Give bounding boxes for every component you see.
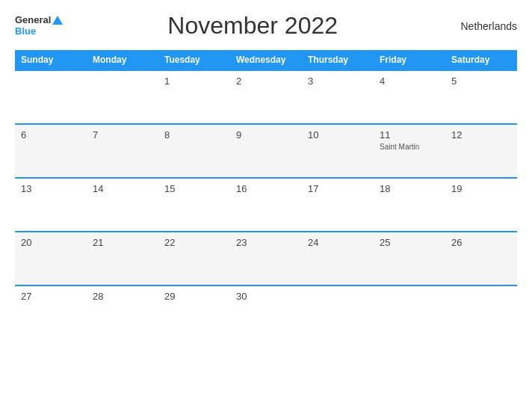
day-cell-w2-d5: 11Saint Martin [374, 124, 445, 178]
month-title: November 2022 [63, 12, 442, 40]
calendar-grid: Sunday Monday Tuesday Wednesday Thursday… [15, 50, 517, 339]
calendar-container: General Blue November 2022 Netherlands S… [0, 0, 532, 411]
day-cell-w3-d4: 17 [302, 178, 374, 232]
header-tuesday: Tuesday [158, 50, 230, 70]
day-number-21: 21 [93, 237, 152, 248]
day-number-30: 30 [236, 291, 296, 302]
logo-general-text: General [15, 15, 51, 25]
header-thursday: Thursday [302, 50, 374, 70]
calendar-header: General Blue November 2022 Netherlands [15, 12, 517, 40]
day-cell-w4-d3: 23 [230, 232, 302, 285]
day-number-5: 5 [451, 75, 511, 87]
day-number-4: 4 [380, 75, 439, 87]
day-number-9: 9 [236, 129, 296, 140]
week-row-1: 12345 [15, 70, 517, 124]
day-number-7: 7 [93, 129, 152, 140]
header-monday: Monday [87, 50, 158, 70]
day-cell-w4-d0: 20 [15, 232, 87, 285]
day-number-3: 3 [308, 75, 368, 87]
day-cell-w5-d4 [302, 285, 374, 339]
day-cell-w5-d2: 29 [158, 285, 230, 339]
day-cell-w2-d1: 7 [87, 124, 158, 178]
day-number-8: 8 [164, 129, 224, 140]
country-label: Netherlands [442, 20, 517, 32]
day-cell-w1-d5: 4 [374, 70, 445, 124]
day-cell-w4-d5: 25 [374, 232, 445, 285]
day-number-28: 28 [93, 291, 152, 302]
day-cell-w5-d0: 27 [15, 285, 87, 339]
day-cell-w3-d3: 16 [230, 178, 302, 232]
day-cell-w4-d1: 21 [87, 232, 158, 285]
day-cell-w5-d5 [374, 285, 445, 339]
days-header-row: Sunday Monday Tuesday Wednesday Thursday… [15, 50, 517, 70]
day-cell-w3-d6: 19 [445, 178, 517, 232]
day-number-16: 16 [236, 183, 296, 194]
week-row-4: 20212223242526 [15, 232, 517, 285]
day-event-11: Saint Martin [380, 143, 439, 151]
week-row-3: 13141516171819 [15, 178, 517, 232]
day-cell-w1-d2: 1 [158, 70, 230, 124]
day-number-2: 2 [236, 75, 296, 87]
day-number-1: 1 [164, 75, 224, 87]
day-cell-w3-d0: 13 [15, 178, 87, 232]
day-number-27: 27 [21, 291, 81, 302]
day-cell-w1-d3: 2 [230, 70, 302, 124]
day-cell-w4-d2: 22 [158, 232, 230, 285]
day-cell-w2-d0: 6 [15, 124, 87, 178]
day-number-15: 15 [164, 183, 224, 194]
week-row-2: 67891011Saint Martin12 [15, 124, 517, 178]
header-sunday: Sunday [15, 50, 87, 70]
day-number-23: 23 [236, 237, 296, 248]
day-number-14: 14 [93, 183, 152, 194]
day-cell-w3-d1: 14 [87, 178, 158, 232]
week-row-5: 27282930 [15, 285, 517, 339]
header-wednesday: Wednesday [230, 50, 302, 70]
day-number-19: 19 [451, 183, 511, 194]
day-cell-w4-d4: 24 [302, 232, 374, 285]
day-number-20: 20 [21, 237, 81, 248]
day-number-22: 22 [164, 237, 224, 248]
day-number-25: 25 [380, 237, 439, 248]
day-number-18: 18 [380, 183, 439, 194]
day-cell-w1-d0 [15, 70, 87, 124]
day-number-12: 12 [451, 129, 511, 140]
day-cell-w5-d6 [445, 285, 517, 339]
day-number-26: 26 [451, 237, 511, 248]
day-cell-w1-d6: 5 [445, 70, 517, 124]
day-cell-w2-d2: 8 [158, 124, 230, 178]
day-number-13: 13 [21, 183, 81, 194]
logo-triangle-icon [52, 16, 63, 25]
day-number-11: 11 [380, 129, 439, 140]
header-friday: Friday [374, 50, 445, 70]
header-saturday: Saturday [445, 50, 517, 70]
day-number-17: 17 [308, 183, 368, 194]
day-cell-w2-d3: 9 [230, 124, 302, 178]
day-cell-w5-d3: 30 [230, 285, 302, 339]
logo-blue-text: Blue [15, 26, 36, 37]
day-cell-w3-d2: 15 [158, 178, 230, 232]
day-cell-w1-d4: 3 [302, 70, 374, 124]
day-cell-w3-d5: 18 [374, 178, 445, 232]
logo: General Blue [15, 15, 63, 37]
day-number-10: 10 [308, 129, 368, 140]
day-cell-w1-d1 [87, 70, 158, 124]
day-cell-w4-d6: 26 [445, 232, 517, 285]
day-cell-w5-d1: 28 [87, 285, 158, 339]
day-number-29: 29 [164, 291, 224, 302]
day-cell-w2-d6: 12 [445, 124, 517, 178]
day-number-6: 6 [21, 129, 81, 140]
day-number-24: 24 [308, 237, 368, 248]
day-cell-w2-d4: 10 [302, 124, 374, 178]
